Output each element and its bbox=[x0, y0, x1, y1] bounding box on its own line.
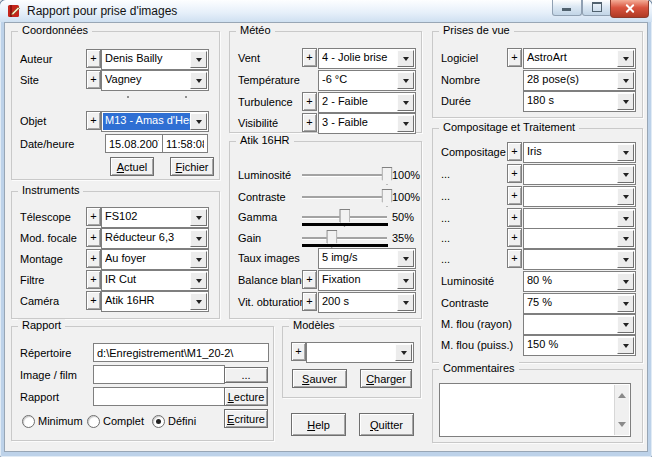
dropdown-arrow-button[interactable] bbox=[190, 251, 207, 268]
quitter-button[interactable]: Quitter bbox=[359, 413, 414, 436]
dropdown-arrow-button[interactable] bbox=[617, 316, 634, 333]
repertoire-input[interactable] bbox=[93, 343, 269, 362]
mflou-puiss-combo[interactable]: 150 % bbox=[523, 335, 636, 356]
dropdown-arrow-button[interactable] bbox=[617, 230, 634, 247]
traitement-2-combo[interactable] bbox=[523, 186, 636, 207]
traitement-5-combo[interactable] bbox=[523, 249, 636, 270]
sauver-button[interactable]: Sauver bbox=[292, 369, 347, 388]
dropdown-arrow-button[interactable] bbox=[397, 294, 414, 311]
close-button[interactable] bbox=[610, 0, 649, 18]
add-filtre-button[interactable]: + bbox=[86, 270, 101, 289]
contraste-t-combo[interactable]: 75 % bbox=[523, 293, 636, 314]
dropdown-arrow-button[interactable] bbox=[617, 188, 634, 205]
add-visibilite-button[interactable]: + bbox=[302, 113, 317, 132]
dropdown-arrow-button[interactable] bbox=[395, 344, 412, 361]
date-input[interactable] bbox=[105, 134, 163, 153]
ecriture-button[interactable]: Ecriture bbox=[224, 409, 268, 428]
luminosite-slider[interactable] bbox=[302, 174, 387, 177]
mod-focale-combo[interactable]: Réducteur 6,3 bbox=[101, 228, 209, 249]
add-traitement-5-button[interactable]: + bbox=[507, 249, 522, 268]
dropdown-arrow-button[interactable] bbox=[190, 209, 207, 226]
turbulence-combo[interactable]: 2 - Faible bbox=[318, 92, 416, 113]
browse-button[interactable]: ... bbox=[224, 367, 268, 383]
dropdown-arrow-button[interactable] bbox=[190, 72, 207, 89]
time-input[interactable] bbox=[162, 134, 208, 153]
dropdown-arrow-button[interactable] bbox=[617, 210, 634, 227]
add-traitement-3-button[interactable]: + bbox=[507, 208, 522, 227]
add-telescope-button[interactable]: + bbox=[86, 207, 101, 226]
add-traitement-1-button[interactable]: + bbox=[507, 164, 522, 183]
montage-combo[interactable]: Au foyer bbox=[101, 249, 209, 270]
gamma-slider[interactable] bbox=[302, 216, 387, 219]
lecture-button[interactable]: Lecture bbox=[224, 387, 268, 406]
dropdown-arrow-button[interactable] bbox=[617, 50, 634, 67]
dropdown-arrow-button[interactable] bbox=[397, 94, 414, 111]
luminosite-t-combo[interactable]: 80 % bbox=[523, 271, 636, 292]
auteur-combo[interactable]: Denis Bailly bbox=[101, 49, 209, 70]
scroll-down-icon[interactable] bbox=[618, 422, 626, 431]
traitement-3-combo[interactable] bbox=[523, 208, 636, 229]
modele-combo[interactable] bbox=[306, 342, 414, 363]
camera-combo[interactable]: Atik 16HR bbox=[101, 291, 209, 312]
mflou-rayon-combo[interactable] bbox=[523, 314, 636, 335]
scroll-up-icon[interactable] bbox=[618, 389, 626, 398]
dropdown-arrow-button[interactable] bbox=[190, 293, 207, 310]
filtre-combo[interactable]: IR Cut bbox=[101, 270, 209, 291]
dropdown-arrow-button[interactable] bbox=[397, 50, 414, 67]
add-traitement-4-button[interactable]: + bbox=[507, 228, 522, 247]
contraste-slider[interactable] bbox=[302, 196, 387, 199]
telescope-combo[interactable]: FS102 bbox=[101, 207, 209, 228]
dropdown-arrow-button[interactable] bbox=[397, 115, 414, 132]
add-vit-obturation-button[interactable]: + bbox=[302, 292, 317, 311]
fichier-button[interactable]: Fichier bbox=[170, 157, 214, 176]
add-objet-button[interactable]: + bbox=[86, 111, 101, 130]
dropdown-arrow-button[interactable] bbox=[397, 272, 414, 289]
maximize-button[interactable] bbox=[582, 0, 612, 16]
gain-slider[interactable] bbox=[302, 237, 387, 240]
objet-combo[interactable]: M13 - Amas d'Hercu bbox=[101, 111, 209, 132]
dropdown-arrow-button[interactable] bbox=[617, 337, 634, 354]
dropdown-arrow-button[interactable] bbox=[617, 295, 634, 312]
add-camera-button[interactable]: + bbox=[86, 291, 101, 310]
slider-thumb[interactable] bbox=[382, 167, 393, 185]
dropdown-arrow-button[interactable] bbox=[617, 144, 634, 161]
add-balance-button[interactable]: + bbox=[302, 270, 317, 289]
image-film-input[interactable] bbox=[93, 365, 225, 384]
traitement-4-combo[interactable] bbox=[523, 228, 636, 249]
minimize-button[interactable] bbox=[552, 0, 582, 16]
dropdown-arrow-button[interactable] bbox=[190, 272, 207, 289]
dropdown-arrow-button[interactable] bbox=[617, 93, 634, 110]
actuel-button[interactable]: Actuel bbox=[110, 157, 154, 176]
slider-thumb[interactable] bbox=[382, 189, 393, 207]
add-auteur-button[interactable]: + bbox=[86, 49, 101, 68]
radio-complet[interactable] bbox=[87, 415, 100, 428]
nombre-combo[interactable]: 28 pose(s) bbox=[523, 70, 636, 91]
taux-images-combo[interactable]: 5 img/s bbox=[318, 248, 416, 269]
rapport-input[interactable] bbox=[93, 387, 225, 406]
dropdown-arrow-button[interactable] bbox=[617, 251, 634, 268]
dropdown-arrow-button[interactable] bbox=[190, 113, 207, 130]
dropdown-arrow-button[interactable] bbox=[617, 273, 634, 290]
add-compositage-button[interactable]: + bbox=[507, 142, 522, 161]
radio-minimum[interactable] bbox=[22, 415, 35, 428]
add-turbulence-button[interactable]: + bbox=[302, 92, 317, 111]
dropdown-arrow-button[interactable] bbox=[617, 72, 634, 89]
traitement-1-combo[interactable] bbox=[523, 164, 636, 185]
visibilite-combo[interactable]: 3 - Faible bbox=[318, 113, 416, 134]
charger-button[interactable]: Charger bbox=[360, 369, 412, 388]
titlebar[interactable]: Rapport pour prise d'images bbox=[0, 0, 652, 22]
dropdown-arrow-button[interactable] bbox=[190, 51, 207, 68]
commentaires-scrollbar[interactable] bbox=[614, 385, 629, 435]
temperature-combo[interactable]: -6 °C bbox=[318, 70, 416, 91]
logiciel-combo[interactable]: AstroArt bbox=[523, 48, 636, 69]
dropdown-arrow-button[interactable] bbox=[617, 166, 634, 183]
dropdown-arrow-button[interactable] bbox=[397, 72, 414, 89]
radio-defini[interactable] bbox=[152, 415, 165, 428]
add-traitement-2-button[interactable]: + bbox=[507, 186, 522, 205]
vit-obturation-combo[interactable]: 200 s bbox=[318, 292, 416, 313]
add-modele-button[interactable]: + bbox=[291, 342, 306, 361]
add-mod-focale-button[interactable]: + bbox=[86, 228, 101, 247]
duree-combo[interactable]: 180 s bbox=[523, 91, 636, 112]
commentaires-textarea[interactable] bbox=[439, 383, 631, 437]
compositage-combo[interactable]: Iris bbox=[523, 142, 636, 163]
